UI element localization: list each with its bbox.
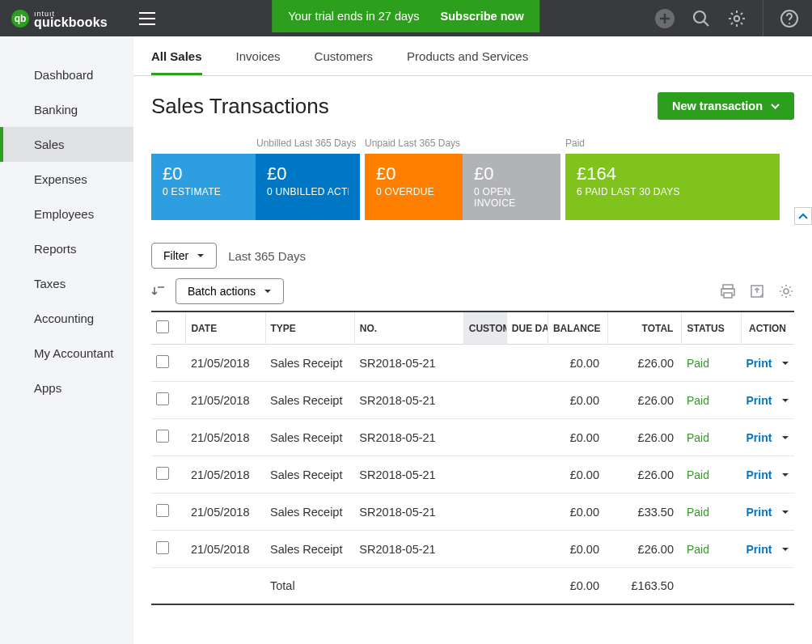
table-row[interactable]: 21/05/2018Sales ReceiptSR2018-05-21£0.00…	[151, 419, 794, 456]
sidebar-item-banking[interactable]: Banking	[0, 92, 133, 127]
filter-button[interactable]: Filter	[151, 243, 217, 269]
sidebar-item-apps[interactable]: Apps	[0, 371, 133, 405]
footer-total: £163.50	[607, 568, 682, 605]
print-link[interactable]: Print	[746, 468, 772, 481]
table-row[interactable]: 21/05/2018Sales ReceiptSR2018-05-21£0.00…	[151, 382, 794, 419]
scroll-up-button[interactable]	[794, 207, 812, 225]
card-paid[interactable]: £164 6 PAID LAST 30 DAYS	[565, 154, 780, 220]
table-row[interactable]: 21/05/2018Sales ReceiptSR2018-05-21£0.00…	[151, 531, 794, 568]
col-balance[interactable]: BALANCE	[548, 311, 607, 345]
chevron-down-icon[interactable]	[781, 361, 789, 366]
sidebar-item-expenses[interactable]: Expenses	[0, 162, 133, 197]
col-no[interactable]: NO.	[354, 311, 463, 345]
card-unbilled-activity[interactable]: £0 0 UNBILLED ACTIVITY	[256, 154, 360, 220]
card-overdue[interactable]: £0 0 OVERDUE	[365, 154, 463, 220]
cell-balance: £0.00	[548, 419, 607, 456]
row-checkbox[interactable]	[156, 541, 169, 554]
sidebar-item-sales[interactable]: Sales	[0, 127, 133, 162]
card-estimate[interactable]: £0 0 ESTIMATE	[151, 154, 256, 220]
cell-balance: £0.00	[548, 345, 607, 382]
cell-due	[506, 531, 548, 568]
chevron-down-icon[interactable]	[781, 398, 789, 403]
print-link[interactable]: Print	[746, 394, 772, 407]
cell-type: Sales Receipt	[265, 419, 354, 456]
print-link[interactable]: Print	[746, 506, 772, 519]
cell-status: Paid	[682, 382, 742, 419]
help-icon[interactable]	[780, 9, 799, 28]
row-checkbox[interactable]	[156, 467, 169, 480]
button-label: Batch actions	[188, 285, 256, 298]
batch-actions-button[interactable]: Batch actions	[176, 278, 284, 304]
menu-toggle-icon[interactable]	[138, 11, 156, 26]
select-all-checkbox[interactable]	[156, 320, 169, 333]
table-row[interactable]: 21/05/2018Sales ReceiptSR2018-05-21£0.00…	[151, 456, 794, 494]
row-checkbox[interactable]	[156, 355, 169, 368]
logo-text: ıntuıt quickbooks	[34, 8, 108, 29]
trial-message: Your trial ends in 27 days	[288, 10, 419, 23]
col-action[interactable]: ACTION	[742, 311, 794, 345]
new-transaction-button[interactable]: New transaction	[658, 92, 794, 120]
svg-point-1	[694, 11, 705, 23]
col-customer[interactable]: CUSTOMER	[463, 311, 506, 345]
card-label: 0 ESTIMATE	[163, 186, 244, 197]
cell-no: SR2018-05-21	[354, 456, 463, 494]
print-link[interactable]: Print	[746, 431, 772, 444]
subscribe-link[interactable]: Subscribe now	[441, 10, 524, 23]
tab-products-services[interactable]: Products and Services	[407, 49, 528, 75]
col-status[interactable]: STATUS	[682, 311, 742, 345]
export-icon[interactable]	[749, 283, 765, 299]
col-total[interactable]: TOTAL	[607, 311, 682, 345]
sidebar-item-label: Dashboard	[34, 68, 93, 82]
chevron-down-icon[interactable]	[781, 435, 789, 440]
print-link[interactable]: Print	[746, 357, 772, 370]
sidebar-item-my-accountant[interactable]: My Accountant	[0, 336, 133, 371]
search-icon[interactable]	[691, 9, 711, 28]
cell-status: Paid	[682, 531, 742, 568]
sidebar-item-employees[interactable]: Employees	[0, 197, 133, 231]
row-checkbox[interactable]	[156, 504, 169, 517]
cell-type: Sales Receipt	[265, 494, 354, 531]
col-type[interactable]: TYPE	[265, 311, 354, 345]
gear-icon[interactable]	[727, 9, 746, 28]
cell-status: Paid	[682, 419, 742, 456]
cell-balance: £0.00	[548, 456, 607, 494]
col-due-date[interactable]: DUE DATE	[506, 311, 548, 345]
tab-invoices[interactable]: Invoices	[236, 49, 281, 75]
qb-logo-icon: qb	[11, 10, 29, 28]
cell-no: SR2018-05-21	[354, 345, 463, 382]
card-open-invoice[interactable]: £0 0 OPEN INVOICE	[463, 154, 560, 220]
col-date[interactable]: DATE	[186, 311, 265, 345]
sort-arrow-icon[interactable]	[151, 284, 166, 299]
sidebar: Dashboard Banking Sales Expenses Employe…	[0, 36, 133, 644]
divider	[763, 0, 763, 36]
logo[interactable]: qb ıntuıt quickbooks	[0, 8, 108, 29]
moneybar-label-unpaid: Unpaid Last 365 Days	[360, 138, 560, 149]
tab-all-sales[interactable]: All Sales	[151, 49, 202, 75]
card-label: 6 PAID LAST 30 DAYS	[577, 186, 768, 197]
settings-icon[interactable]	[778, 283, 794, 299]
row-checkbox[interactable]	[156, 430, 169, 443]
print-link[interactable]: Print	[746, 543, 772, 556]
create-icon[interactable]	[654, 8, 675, 29]
chevron-down-icon[interactable]	[781, 510, 789, 515]
sidebar-item-dashboard[interactable]: Dashboard	[0, 57, 133, 92]
chevron-down-icon	[264, 289, 272, 294]
table-row[interactable]: 21/05/2018Sales ReceiptSR2018-05-21£0.00…	[151, 345, 794, 382]
row-checkbox[interactable]	[156, 392, 169, 405]
sidebar-item-reports[interactable]: Reports	[0, 231, 133, 266]
cell-date: 21/05/2018	[186, 531, 265, 568]
print-icon[interactable]	[720, 283, 736, 299]
cell-no: SR2018-05-21	[354, 419, 463, 456]
sidebar-item-taxes[interactable]: Taxes	[0, 266, 133, 301]
sidebar-item-label: Employees	[34, 207, 94, 221]
footer-label: Total	[265, 568, 354, 605]
cell-action: Print	[742, 382, 794, 419]
tab-customers[interactable]: Customers	[315, 49, 374, 75]
chevron-down-icon[interactable]	[781, 472, 789, 477]
chevron-down-icon[interactable]	[781, 547, 789, 552]
cell-total: £26.00	[607, 419, 682, 456]
sidebar-item-label: Sales	[34, 138, 65, 151]
table-row[interactable]: 21/05/2018Sales ReceiptSR2018-05-21£0.00…	[151, 494, 794, 531]
cell-balance: £0.00	[548, 382, 607, 419]
sidebar-item-accounting[interactable]: Accounting	[0, 301, 133, 336]
